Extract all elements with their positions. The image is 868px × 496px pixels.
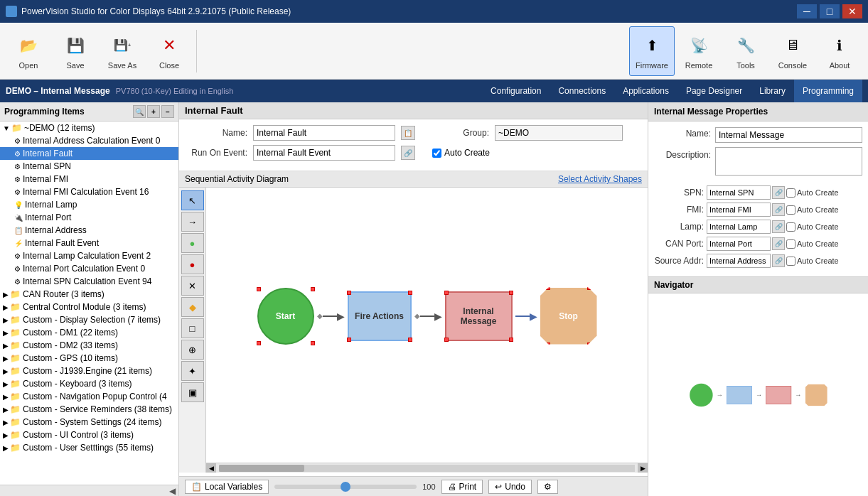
name-icon-btn[interactable]: 📋 (401, 126, 415, 140)
prop-spn-autocreate-checkbox[interactable] (786, 188, 795, 198)
select-activity-shapes-link[interactable]: Select Activity Shapes (558, 174, 642, 184)
menu-applications[interactable]: Applications (614, 80, 677, 102)
sidebar-item-fmi[interactable]: ⚙ Internal FMI (0, 173, 178, 185)
shape-stop[interactable]: Stop (540, 288, 597, 345)
tool-cross[interactable]: ✕ (181, 276, 204, 296)
sidebar-item-ccm[interactable]: ▶ 📁 Central Control Module (3 items) (0, 301, 178, 313)
about-button[interactable]: ℹ About (817, 26, 862, 76)
tool-arrow[interactable]: → (181, 212, 204, 232)
console-button[interactable]: 🖥 Console (770, 26, 815, 76)
menu-programming[interactable]: Programming (794, 80, 862, 102)
expand-arrow-gps[interactable]: ▶ (3, 355, 9, 362)
tool-plus-circle[interactable]: ⊕ (181, 340, 204, 360)
prop-spn-input[interactable] (707, 185, 771, 200)
prop-can-port-icon[interactable]: 🔗 (772, 237, 785, 250)
prop-can-port-autocreate-checkbox[interactable] (786, 239, 795, 249)
sidebar-item-spn-calc[interactable]: ⚙ Internal SPN Calculation Event 94 (0, 275, 178, 288)
expand-arrow-keyboard[interactable]: ▶ (3, 380, 9, 388)
sidebar-item-user-settings[interactable]: ▶ 📁 Custom - User Setttings (55 items) (0, 441, 178, 454)
expand-arrow-nav-popup[interactable]: ▶ (3, 393, 9, 401)
close-button[interactable]: ✕ (842, 4, 862, 18)
tool-stop-circle[interactable]: ● (181, 254, 204, 274)
group-input[interactable] (495, 125, 623, 141)
expand-arrow-dm2[interactable]: ▶ (3, 342, 9, 350)
sidebar-item-gps[interactable]: ▶ 📁 Custom - GPS (10 items) (0, 352, 178, 365)
slider-thumb[interactable] (341, 482, 350, 492)
zoom-slider[interactable] (274, 485, 417, 489)
expand-arrow-service[interactable]: ▶ (3, 406, 9, 414)
expand-arrow-ui-control[interactable]: ▶ (3, 431, 9, 439)
sidebar-add-btn[interactable]: + (147, 105, 160, 118)
menu-library[interactable]: Library (751, 80, 794, 102)
local-variables-button[interactable]: 📋 Local Variables (185, 480, 269, 494)
expand-arrow-j1939[interactable]: ▶ (3, 367, 9, 375)
undo-button[interactable]: ↩ Undo (488, 480, 532, 494)
scroll-right-btn[interactable]: ▶ (638, 463, 648, 473)
sidebar-item-display-sel[interactable]: ▶ 📁 Custom - Display Selection (7 items) (0, 313, 178, 326)
prop-lamp-icon[interactable]: 🔗 (772, 220, 785, 233)
expand-arrow-display-sel[interactable]: ▶ (3, 316, 9, 324)
expand-arrow-ccm[interactable]: ▶ (3, 303, 9, 311)
prop-lamp-input[interactable] (707, 220, 771, 234)
shape-fire-actions[interactable]: Fire Actions (348, 291, 412, 341)
run-on-event-icon-btn[interactable]: 🔗 (401, 146, 415, 160)
tool-diamond[interactable]: ◆ (181, 297, 204, 317)
sidebar-item-dm1[interactable]: ▶ 📁 Custom - DM1 (22 items) (0, 326, 178, 339)
slider-track[interactable] (274, 485, 417, 489)
sidebar-item-fault[interactable]: ⚙ Internal Fault (0, 147, 178, 160)
menu-configuration[interactable]: Configuration (482, 80, 550, 102)
sidebar-item-nav-popup[interactable]: ▶ 📁 Custom - Navigation Popup Control (4 (0, 390, 178, 403)
tool-star[interactable]: ✦ (181, 361, 204, 381)
prop-description-textarea[interactable] (715, 147, 862, 176)
menu-connections[interactable]: Connections (550, 80, 614, 102)
name-input[interactable] (253, 125, 395, 141)
sidebar-item-sys-settings[interactable]: ▶ 📁 Custom - System Settings (24 items) (0, 416, 178, 428)
sidebar-item-lamp-calc[interactable]: ⚙ Internal Lamp Calculation Event 2 (0, 249, 178, 262)
tool-select[interactable]: ↖ (181, 190, 204, 210)
expand-arrow-user-settings[interactable]: ▶ (3, 444, 9, 452)
expand-arrow-can[interactable]: ▶ (3, 291, 9, 298)
tool-rectangle[interactable]: □ (181, 318, 204, 338)
scrollbar-track[interactable] (219, 465, 635, 472)
sidebar-search-btn[interactable]: 🔍 (133, 105, 146, 118)
prop-fmi-autocreate-checkbox[interactable] (786, 205, 795, 215)
minimize-button[interactable]: ─ (797, 4, 817, 18)
firmware-button[interactable]: ⬆ Firmware (629, 26, 675, 76)
expand-arrow-demo[interactable]: ▼ (3, 124, 10, 132)
diagram-scrollbar[interactable]: ◀ ▶ (206, 463, 648, 473)
sidebar-item-lamp[interactable]: 💡 Internal Lamp (0, 198, 178, 211)
expand-arrow-dm1[interactable]: ▶ (3, 329, 9, 337)
maximize-button[interactable]: □ (820, 4, 840, 18)
sidebar-collapse-btn[interactable]: ◀ (169, 486, 176, 496)
sidebar-item-port-calc[interactable]: ⚙ Internal Port Calculation Event 0 (0, 262, 178, 275)
sidebar-item-demo[interactable]: ▼ 📁 ~DEMO (12 items) (0, 122, 178, 134)
shape-internal-message[interactable]: Internal Message (445, 291, 513, 341)
sidebar-item-port[interactable]: 🔌 Internal Port (0, 211, 178, 224)
sidebar-item-dm2[interactable]: ▶ 📁 Custom - DM2 (33 items) (0, 339, 178, 352)
open-button[interactable]: 📂 Open (6, 26, 51, 76)
remote-button[interactable]: 📡 Remote (676, 26, 722, 76)
tool-circle[interactable]: ● (181, 233, 204, 253)
prop-can-port-input[interactable] (707, 237, 771, 251)
sidebar-remove-btn[interactable]: − (161, 105, 174, 118)
prop-spn-icon[interactable]: 🔗 (772, 186, 785, 199)
sidebar-item-keyboard[interactable]: ▶ 📁 Custom - Keyboard (3 items) (0, 377, 178, 390)
sidebar-item-fault-event[interactable]: ⚡ Internal Fault Event (0, 237, 178, 249)
extra-bottom-btn[interactable]: ⚙ (537, 480, 558, 494)
prop-source-addr-autocreate-checkbox[interactable] (786, 257, 795, 266)
scrollbar-thumb[interactable] (219, 465, 304, 472)
shape-start[interactable]: Start (257, 288, 314, 345)
sidebar-item-can-router[interactable]: ▶ 📁 CAN Router (3 items) (0, 288, 178, 301)
auto-create-checkbox[interactable] (432, 149, 441, 158)
print-button[interactable]: 🖨 Print (441, 480, 483, 494)
prop-fmi-icon[interactable]: 🔗 (772, 203, 785, 216)
sidebar-item-service[interactable]: ▶ 📁 Custom - Service Reminders (38 items… (0, 403, 178, 416)
sidebar-item-fmi-calc[interactable]: ⚙ Internal FMI Calculation Event 16 (0, 185, 178, 198)
save-button[interactable]: 💾 Save (53, 26, 98, 76)
sidebar-item-spn[interactable]: ⚙ Internal SPN (0, 160, 178, 173)
prop-fmi-input[interactable] (707, 203, 771, 217)
menu-page-designer[interactable]: Page Designer (677, 80, 751, 102)
run-on-event-input[interactable] (253, 145, 395, 161)
window-controls[interactable]: ─ □ ✕ (797, 4, 862, 18)
expand-arrow-sys-settings[interactable]: ▶ (3, 419, 9, 426)
